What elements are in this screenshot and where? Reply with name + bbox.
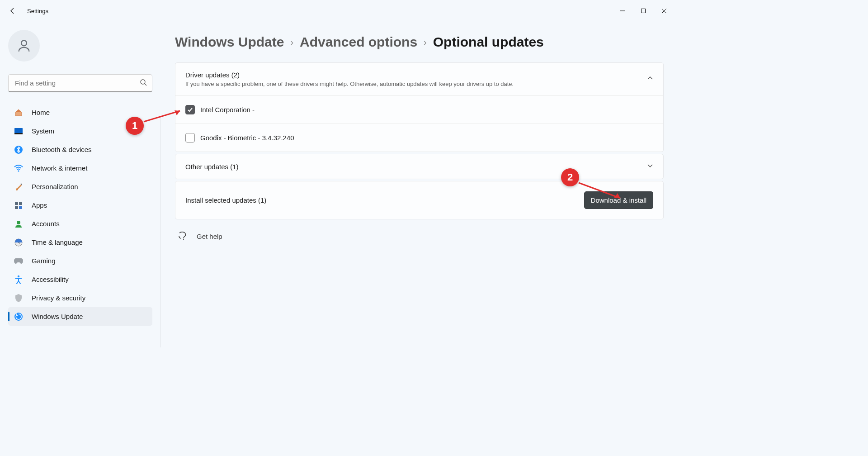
other-updates-header[interactable]: Other updates (1) <box>175 154 663 179</box>
search-box <box>8 74 152 92</box>
sidebar: Home System Bluetooth & devices Network … <box>0 22 160 356</box>
install-panel: Install selected updates (1) Download & … <box>175 181 664 219</box>
sidebar-item-label: Apps <box>32 201 47 209</box>
driver-update-row[interactable]: Goodix - Biometric - 3.4.32.240 <box>175 124 663 152</box>
svg-rect-12 <box>19 202 22 205</box>
svg-rect-14 <box>19 206 22 209</box>
close-button[interactable] <box>654 2 675 20</box>
chevron-right-icon: › <box>290 37 293 48</box>
breadcrumb-advanced-options[interactable]: Advanced options <box>300 34 417 50</box>
maximize-button[interactable] <box>633 2 654 20</box>
download-install-button[interactable]: Download & install <box>584 191 653 209</box>
sidebar-item-label: Accessibility <box>32 276 69 283</box>
sidebar-item-label: Gaming <box>32 257 56 265</box>
svg-rect-8 <box>14 133 23 134</box>
arrow-left-icon <box>9 7 16 14</box>
svg-rect-7 <box>14 128 23 133</box>
annotation-callout-1: 1 <box>126 117 144 135</box>
sidebar-item-bluetooth[interactable]: Bluetooth & devices <box>8 140 152 159</box>
accessibility-icon <box>14 275 24 285</box>
sidebar-item-label: Network & internet <box>32 164 87 172</box>
home-icon <box>14 108 24 118</box>
titlebar: Settings <box>0 0 678 22</box>
shield-icon <box>14 293 24 303</box>
other-updates-panel: Other updates (1) <box>175 154 664 179</box>
avatar[interactable] <box>8 30 40 62</box>
annotation-callout-2: 2 <box>561 168 579 186</box>
checkbox-goodix[interactable] <box>185 133 195 142</box>
checkbox-intel[interactable] <box>185 105 195 114</box>
brush-icon <box>14 182 24 192</box>
chevron-up-icon <box>647 75 653 83</box>
clock-icon <box>14 238 24 247</box>
sidebar-item-personalization[interactable]: Personalization <box>8 177 152 196</box>
panel-title: Other updates (1) <box>185 163 239 171</box>
panel-subtitle: If you have a specific problem, one of t… <box>185 81 514 87</box>
main-content: Windows Update › Advanced options › Opti… <box>160 22 678 356</box>
sidebar-item-label: Windows Update <box>32 313 83 320</box>
search-input[interactable] <box>8 74 152 92</box>
sidebar-item-label: System <box>32 127 54 135</box>
get-help-link[interactable]: Get help <box>175 221 664 252</box>
chevron-right-icon: › <box>424 37 427 48</box>
chevron-down-icon <box>647 162 653 171</box>
back-button[interactable] <box>4 2 22 20</box>
search-icon <box>140 79 147 88</box>
driver-update-label: Intel Corporation - <box>200 106 255 114</box>
get-help-label: Get help <box>197 233 222 240</box>
svg-point-5 <box>141 80 145 84</box>
breadcrumb-windows-update[interactable]: Windows Update <box>175 34 284 50</box>
maximize-icon <box>641 8 646 14</box>
svg-point-10 <box>18 170 19 171</box>
sidebar-item-gaming[interactable]: Gaming <box>8 252 152 270</box>
system-icon <box>14 126 24 136</box>
apps-icon <box>14 200 24 210</box>
sidebar-item-label: Time & language <box>32 238 83 246</box>
sidebar-item-time[interactable]: Time & language <box>8 233 152 252</box>
svg-point-4 <box>21 40 27 46</box>
bluetooth-icon <box>14 145 24 155</box>
gamepad-icon <box>14 256 24 266</box>
nav-list: Home System Bluetooth & devices Network … <box>8 103 152 326</box>
update-icon <box>14 312 24 322</box>
sidebar-item-label: Home <box>32 109 50 116</box>
panel-title: Driver updates (2) <box>185 71 514 79</box>
minimize-button[interactable] <box>612 2 633 20</box>
svg-rect-11 <box>15 202 18 205</box>
driver-update-row[interactable]: Intel Corporation - <box>175 95 663 124</box>
window-controls <box>612 2 675 20</box>
sidebar-item-accounts[interactable]: Accounts <box>8 214 152 233</box>
page-title: Optional updates <box>433 34 544 50</box>
svg-rect-1 <box>642 9 646 13</box>
person-icon <box>16 38 32 53</box>
sidebar-item-privacy[interactable]: Privacy & security <box>8 289 152 307</box>
minimize-icon <box>620 8 625 14</box>
driver-updates-panel: Driver updates (2) If you have a specifi… <box>175 62 664 152</box>
svg-point-17 <box>18 275 19 277</box>
driver-update-label: Goodix - Biometric - 3.4.32.240 <box>200 134 294 142</box>
breadcrumb: Windows Update › Advanced options › Opti… <box>175 34 664 50</box>
svg-point-15 <box>17 221 20 224</box>
install-title: Install selected updates (1) <box>185 196 266 204</box>
svg-rect-13 <box>15 206 18 209</box>
sidebar-item-label: Privacy & security <box>32 294 85 302</box>
check-icon <box>187 107 193 113</box>
close-icon <box>661 8 667 14</box>
wifi-icon <box>14 163 24 173</box>
accounts-icon <box>14 219 24 229</box>
sidebar-item-apps[interactable]: Apps <box>8 196 152 214</box>
sidebar-item-label: Bluetooth & devices <box>32 146 92 153</box>
sidebar-item-label: Personalization <box>32 183 78 190</box>
svg-line-6 <box>145 84 146 86</box>
help-icon <box>178 231 187 242</box>
driver-updates-header[interactable]: Driver updates (2) If you have a specifi… <box>175 63 663 95</box>
sidebar-item-accessibility[interactable]: Accessibility <box>8 270 152 289</box>
svg-point-19 <box>183 239 184 240</box>
window-title: Settings <box>27 8 48 14</box>
sidebar-item-network[interactable]: Network & internet <box>8 159 152 177</box>
sidebar-item-label: Accounts <box>32 220 60 228</box>
sidebar-item-windows-update[interactable]: Windows Update <box>8 307 152 326</box>
